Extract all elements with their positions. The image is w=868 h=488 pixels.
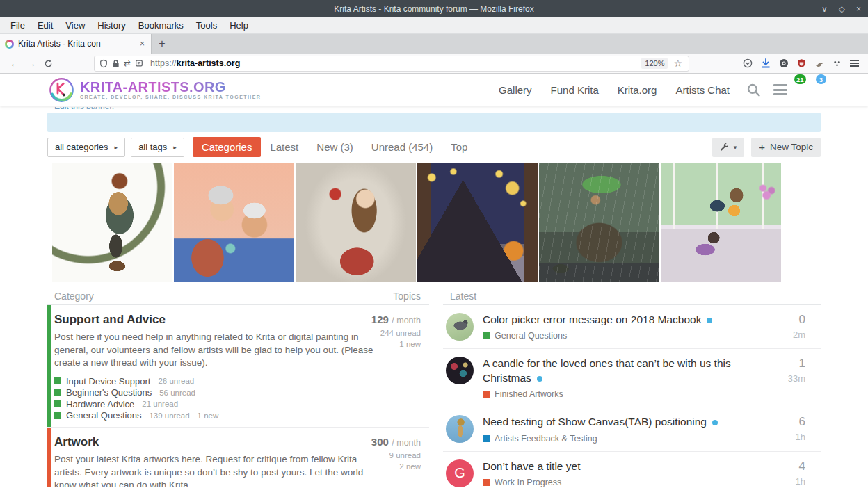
notification-badge-green[interactable]: 21	[794, 74, 806, 84]
subcategory-name[interactable]: Beginner's Questions	[66, 387, 152, 398]
category-card-support-and-advice[interactable]: Support and Advice Post here if you need…	[47, 305, 429, 428]
tag-filter-dropdown[interactable]: all tags ▸	[131, 138, 184, 157]
category-color-square	[483, 479, 490, 486]
topic-category[interactable]: Finished Artworks	[483, 389, 762, 399]
downloads-icon[interactable]	[761, 58, 771, 68]
category-stats: 300 / month 9 unread 2 new	[371, 436, 421, 471]
new-topic-button[interactable]: + New Topic	[751, 138, 821, 157]
reply-count[interactable]: 1	[768, 357, 805, 371]
subcategory-name[interactable]: Input Device Support	[66, 376, 150, 387]
bookmark-star-icon[interactable]: ☆	[672, 58, 684, 68]
topic-row[interactable]: Need testing of Show Canvas(TAB) positio…	[443, 407, 821, 451]
nav-link-fund-krita[interactable]: Fund Krita	[551, 84, 599, 96]
site-hamburger-icon[interactable]	[773, 84, 787, 95]
topic-row[interactable]: G Don’t have a title yet Work In Progres…	[443, 452, 821, 487]
categories-column-header: Category Topics	[47, 288, 429, 305]
user-menu[interactable]: 21 3	[800, 79, 822, 101]
banner-image-witch-cat-girl[interactable]	[417, 163, 538, 282]
forward-button[interactable]: →	[23, 58, 40, 69]
reload-icon[interactable]	[40, 59, 56, 68]
avatar[interactable]: G	[446, 459, 474, 487]
menu-view[interactable]: View	[59, 17, 91, 33]
avatar[interactable]	[446, 415, 474, 443]
reply-count[interactable]: 6	[768, 415, 805, 429]
sync-arrows-icon[interactable]: ⇄	[124, 58, 131, 68]
category-filter-dropdown[interactable]: all categories ▸	[47, 138, 125, 157]
topic-category[interactable]: Work In Progress	[483, 478, 762, 487]
extension-dark-circle-icon[interactable]	[779, 58, 789, 68]
avatar[interactable]	[446, 357, 474, 384]
back-button[interactable]: ←	[6, 58, 23, 69]
topic-title[interactable]: Don’t have a title yet	[483, 460, 580, 472]
tab-new[interactable]: New (3)	[307, 137, 362, 157]
menu-history[interactable]: History	[91, 17, 131, 33]
url-bar[interactable]: ⇄ https://krita-artists.org 120% ☆	[94, 56, 689, 72]
subcategory-input-device-support[interactable]: Input Device Support 26 unread	[54, 375, 421, 387]
page-zoom-level[interactable]: 120%	[641, 58, 668, 69]
banner-image-toad-in-rain[interactable]	[539, 163, 659, 282]
subcategory-beginners-questions[interactable]: Beginner's Questions 56 unread	[54, 387, 421, 398]
category-card-artwork[interactable]: Artwork Post your latest Krita artworks …	[47, 428, 429, 487]
activity-time: 33m	[768, 373, 805, 384]
pocket-icon[interactable]	[743, 58, 753, 68]
menu-edit[interactable]: Edit	[31, 17, 59, 33]
category-description: Post your latest Krita artworks here. Re…	[54, 453, 380, 487]
maximize-button[interactable]: ◇	[839, 4, 845, 14]
topic-title[interactable]: Color picker error message on 2018 Macbo…	[483, 314, 701, 325]
banner-image-pixel-room[interactable]	[661, 163, 781, 282]
menu-file[interactable]: File	[4, 17, 31, 33]
subcategory-name[interactable]: Hardware Advice	[66, 399, 134, 409]
category-name[interactable]: Artists Feedback & Testing	[495, 434, 597, 444]
banner-image-girl-portrait[interactable]	[296, 163, 416, 282]
minimize-button[interactable]: ∨	[821, 4, 828, 14]
subcategory-general-questions[interactable]: General Questions 139 unread 1 new	[54, 409, 421, 421]
menu-help[interactable]: Help	[223, 17, 255, 33]
menu-tools[interactable]: Tools	[190, 17, 223, 33]
lock-icon[interactable]	[112, 59, 120, 68]
browser-menu-hamburger-icon[interactable]	[850, 60, 859, 67]
nav-link-artists-chat[interactable]: Artists Chat	[675, 84, 730, 96]
tab-latest[interactable]: Latest	[261, 137, 307, 157]
ublock-shield-icon[interactable]	[797, 58, 806, 68]
new-tab-button[interactable]: +	[152, 34, 172, 54]
notification-badge-blue[interactable]: 3	[816, 74, 826, 84]
banner-image-druid-painting[interactable]	[52, 163, 172, 282]
category-name[interactable]: General Questions	[495, 331, 567, 341]
close-button[interactable]: ×	[856, 4, 861, 14]
tracking-shield-icon[interactable]	[99, 59, 108, 68]
category-name[interactable]: Finished Artworks	[495, 389, 563, 399]
site-logo[interactable]: KRITA-ARTISTS.ORG CREATE, DEVELOP, SHARE…	[49, 77, 261, 103]
avatar[interactable]	[446, 313, 474, 341]
subcategory-name[interactable]: General Questions	[66, 410, 141, 421]
nav-link-krita-org[interactable]: Krita.org	[618, 84, 657, 96]
topic-category[interactable]: General Questions	[483, 331, 762, 341]
topic-row[interactable]: A candle for the loved ones that can’t b…	[443, 349, 821, 407]
category-name[interactable]: Work In Progress	[495, 478, 561, 487]
topic-row[interactable]: Color picker error message on 2018 Macbo…	[443, 305, 821, 349]
nav-link-gallery[interactable]: Gallery	[499, 84, 532, 96]
edit-banner-link[interactable]: Edit this banner.	[54, 107, 821, 112]
tab-top[interactable]: Top	[442, 137, 476, 157]
reply-count[interactable]: 0	[768, 313, 805, 327]
unread-count: 9 unread	[371, 451, 421, 459]
category-title[interactable]: Artwork	[54, 435, 421, 449]
admin-wrench-button[interactable]: ▾	[712, 138, 745, 157]
main-content: Edit this banner. all categories ▸ all t…	[0, 107, 868, 487]
reader-mode-icon[interactable]	[135, 59, 143, 67]
bird-extension-icon[interactable]	[814, 58, 824, 68]
category-title[interactable]: Support and Advice	[54, 313, 421, 327]
search-icon[interactable]	[746, 83, 761, 97]
more-tools-dots-icon[interactable]	[833, 59, 842, 68]
topic-category[interactable]: Artists Feedback & Testing	[483, 434, 762, 444]
topic-title[interactable]: A candle for the loved ones that can’t b…	[483, 357, 731, 383]
tab-categories[interactable]: Categories	[193, 137, 262, 157]
tab-unread[interactable]: Unread (454)	[362, 137, 442, 157]
menu-bookmarks[interactable]: Bookmarks	[132, 17, 190, 33]
topic-title[interactable]: Need testing of Show Canvas(TAB) positio…	[483, 416, 707, 428]
tab-close-icon[interactable]: ×	[138, 39, 146, 49]
banner-image-elderly-couple[interactable]	[174, 163, 294, 282]
active-tab[interactable]: Krita Artists - Krita con ×	[0, 34, 152, 54]
url-text[interactable]: https://krita-artists.org	[150, 58, 637, 68]
reply-count[interactable]: 4	[768, 459, 805, 473]
subcategory-hardware-advice[interactable]: Hardware Advice 21 unread	[54, 398, 421, 410]
